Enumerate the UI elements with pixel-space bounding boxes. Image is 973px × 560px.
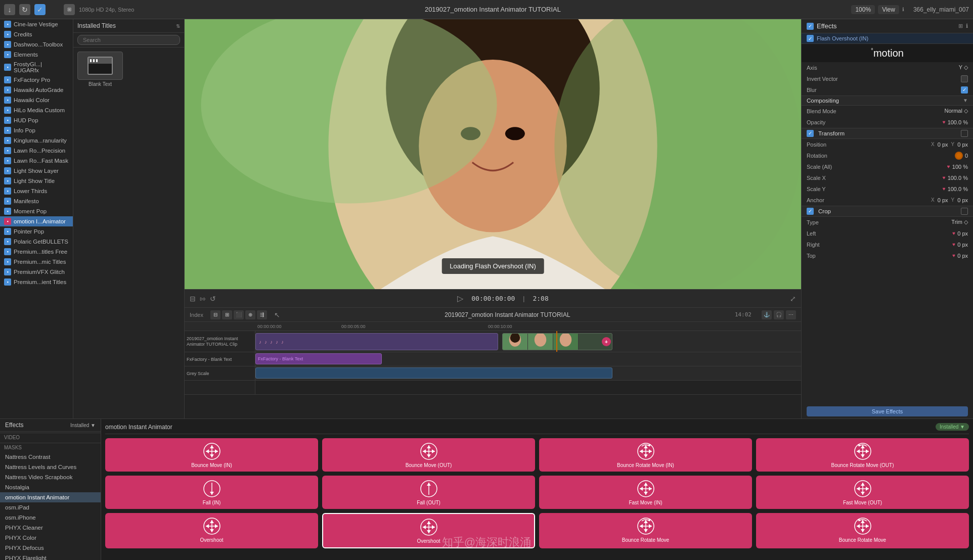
crop-checkbox[interactable] <box>807 208 814 215</box>
effect-card-fall-in[interactable]: Fall (IN) <box>105 476 318 509</box>
sidebar-item-frostyglass[interactable]: ▪ FrostyGl...| SUGARfx <box>0 60 73 75</box>
flash-overshoot-checkbox[interactable] <box>807 35 814 42</box>
rotation-dial[interactable] <box>955 152 963 160</box>
sidebar-item-dashwoo[interactable]: ▪ Dashwoo...Toolbox <box>0 39 73 50</box>
effects-item-phyx-defocus[interactable]: PHYX Defocus <box>0 543 101 553</box>
sidebar-item-hawaiki-color[interactable]: ▪ Hawaiki Color <box>0 95 73 105</box>
sidebar-item-premiumvfx[interactable]: ▪ PremiumVFX Glitch <box>0 267 73 277</box>
greyscale-clip[interactable] <box>255 367 612 379</box>
arrow-down-icon[interactable]: ↓ <box>4 4 15 15</box>
effects-item-osmiphone[interactable]: osm.iPhone <box>0 512 101 523</box>
effect-card-overshoot-1[interactable]: Overshoot <box>105 513 318 548</box>
left-heart[interactable]: ♥ <box>952 230 955 236</box>
tl-btn-1[interactable]: ⊟ <box>210 310 220 319</box>
tl-more-icon[interactable]: ⋯ <box>786 310 796 319</box>
sidebar-item-cineflare[interactable]: ▪ Cine-lare Vestige <box>0 19 73 29</box>
sidebar-item-fxfactory[interactable]: ▪ FxFactory Pro <box>0 75 73 85</box>
info-icon[interactable]: ℹ <box>902 7 904 12</box>
tl-anchor-icon[interactable]: ⚓ <box>762 310 772 319</box>
arrow-icon[interactable]: ⇰ <box>200 295 206 303</box>
tl-btn-2[interactable]: ⊞ <box>222 310 232 319</box>
fxfactory-clip[interactable]: FxFactory - Blank Text <box>255 353 382 364</box>
transform-expand[interactable] <box>961 130 968 137</box>
sidebar-item-premium-mic[interactable]: ▪ Premium...mic Titles <box>0 257 73 267</box>
effect-card-bounce-move-in[interactable]: Bounce Move (IN) <box>105 438 318 472</box>
effect-card-fast-move-out[interactable]: Fast Move (OUT) <box>756 476 969 509</box>
effects-item-phyx-cleaner[interactable]: PHYX Cleaner <box>0 523 101 533</box>
compositing-section[interactable]: Compositing ▼ <box>802 96 973 106</box>
crop-expand[interactable] <box>961 208 968 215</box>
effects-item-omotion[interactable]: omotion Instant Animator <box>0 492 101 502</box>
effects-item-nattress-contrast[interactable]: Nattress Contrast <box>0 452 101 462</box>
track-1-content[interactable]: ♪ ♪ ♪ ♪ ♪ <box>255 331 801 352</box>
effect-card-overshoot-2[interactable]: Overshoot <box>322 513 535 548</box>
invert-vector-checkbox[interactable] <box>961 75 968 82</box>
effects-item-nostalgia[interactable]: Nostalgia <box>0 482 101 492</box>
zoom-level[interactable]: 100% <box>851 5 875 14</box>
sidebar-item-pointer[interactable]: ▪ Pointer Pop <box>0 226 73 237</box>
checkmark-icon[interactable]: ✓ <box>34 4 46 15</box>
effects-item-phyx-color[interactable]: PHYX Color <box>0 533 101 543</box>
view-button[interactable]: View <box>878 5 899 14</box>
effect-card-bounce-rotate-move-in[interactable]: Bounce Rotate Move (IN) <box>539 438 752 472</box>
sidebar-item-lawnroad-precision[interactable]: ▪ Lawn Ro...Precision <box>0 146 73 156</box>
sort-icon[interactable]: ⇅ <box>176 23 180 29</box>
tl-btn-3[interactable]: ⬛ <box>234 310 244 319</box>
sidebar-item-kingluma[interactable]: ▪ Kingluma...ranularity <box>0 135 73 146</box>
sidebar-item-premium-titles-free[interactable]: ▪ Premium...titles Free <box>0 247 73 257</box>
effects-item-nattress-scrapbook[interactable]: Nattress Video Scrapbook <box>0 472 101 482</box>
effect-card-bounce-move-out[interactable]: Bounce Move (OUT) <box>322 438 535 472</box>
effect-card-fast-move-in[interactable]: Fast Move (IN) <box>539 476 752 509</box>
tl-headphone-icon[interactable]: 🎧 <box>774 310 784 319</box>
effect-card-bounce-rotate-4[interactable]: Bounce Rotate Move <box>756 513 969 548</box>
sidebar-item-polaric[interactable]: ▪ Polaric GetBULLETS <box>0 237 73 247</box>
transform-section[interactable]: Transform <box>802 128 973 139</box>
effect-card-bounce-rotate-3[interactable]: Bounce Rotate Move <box>539 513 752 548</box>
main-clip[interactable]: ♪ ♪ ♪ ♪ ♪ <box>255 333 498 350</box>
sidebar-item-premium-ient[interactable]: ▪ Premium...ient Titles <box>0 277 73 287</box>
sidebar-item-lowerthirds[interactable]: ▪ Lower Thirds <box>0 186 73 196</box>
right-heart[interactable]: ♥ <box>952 242 955 247</box>
fullscreen-icon[interactable]: ⤢ <box>790 295 796 303</box>
effects-info-icon[interactable]: ℹ <box>966 23 968 29</box>
sidebar-item-omotion[interactable]: ▪ omotion I...Animator <box>0 216 73 226</box>
blur-checkbox[interactable] <box>961 86 968 94</box>
effects-filter-icon[interactable]: ⊞ <box>958 23 963 29</box>
effects-item-phyx-flarelight[interactable]: PHYX Flarelight <box>0 553 101 560</box>
effect-card-fall-out[interactable]: Fall (OUT) <box>322 476 535 509</box>
sidebar-item-credits[interactable]: ▪ Credits <box>0 29 73 39</box>
sidebar-item-hilo[interactable]: ▪ HiLo Media Custom <box>0 105 73 115</box>
transform-checkbox[interactable] <box>807 130 814 137</box>
effects-checkbox[interactable] <box>807 23 814 30</box>
sidebar-item-moment[interactable]: ▪ Moment Pop <box>0 206 73 216</box>
sidebar-item-lightshow-title[interactable]: ▪ Light Show Title <box>0 176 73 186</box>
blank-text-item[interactable]: Blank Text <box>77 52 123 87</box>
track-4-content[interactable] <box>255 381 801 394</box>
opacity-heart[interactable]: ♥ <box>943 119 946 125</box>
compositing-expand[interactable]: ▼ <box>963 98 968 103</box>
sidebar-item-elements[interactable]: ▪ Elements <box>0 50 73 60</box>
video-clip[interactable]: + <box>502 333 612 350</box>
tl-btn-4[interactable]: ⊕ <box>245 310 255 319</box>
sidebar-item-lawnroad-fastmask[interactable]: ▪ Lawn Ro...Fast Mask <box>0 156 73 166</box>
play-icon[interactable]: ▷ <box>457 294 463 303</box>
cursor-icon[interactable]: ↖ <box>274 311 280 319</box>
sidebar-item-info-pop[interactable]: ▪ Info Pop <box>0 125 73 135</box>
sidebar-item-manifesto[interactable]: ▪ Manifesto <box>0 196 73 206</box>
top-heart[interactable]: ♥ <box>952 253 955 258</box>
crop-section[interactable]: Crop <box>802 206 973 217</box>
track-2-content[interactable]: FxFactory - Blank Text <box>255 352 801 366</box>
grid-icon[interactable]: ⊞ <box>64 4 75 15</box>
sidebar-item-lightshow-layer[interactable]: ▪ Light Show Layer <box>0 166 73 176</box>
scale-all-heart[interactable]: ♥ <box>947 164 950 169</box>
preview-area[interactable]: Loading Flash Overshoot (IN) <box>185 19 801 289</box>
effects-item-osmipad[interactable]: osm.iPad <box>0 502 101 512</box>
scale-y-heart[interactable]: ♥ <box>943 186 946 192</box>
save-effects-button[interactable]: Save Effects <box>807 406 968 416</box>
tl-btn-5[interactable]: ⇶ <box>257 310 267 319</box>
scale-x-heart[interactable]: ♥ <box>943 175 946 180</box>
search-input[interactable] <box>77 35 180 45</box>
installed-tab[interactable]: Installed ▼ <box>70 423 96 428</box>
refresh-icon[interactable]: ↺ <box>210 295 216 303</box>
sidebar-item-hud[interactable]: ▪ HUD Pop <box>0 115 73 125</box>
